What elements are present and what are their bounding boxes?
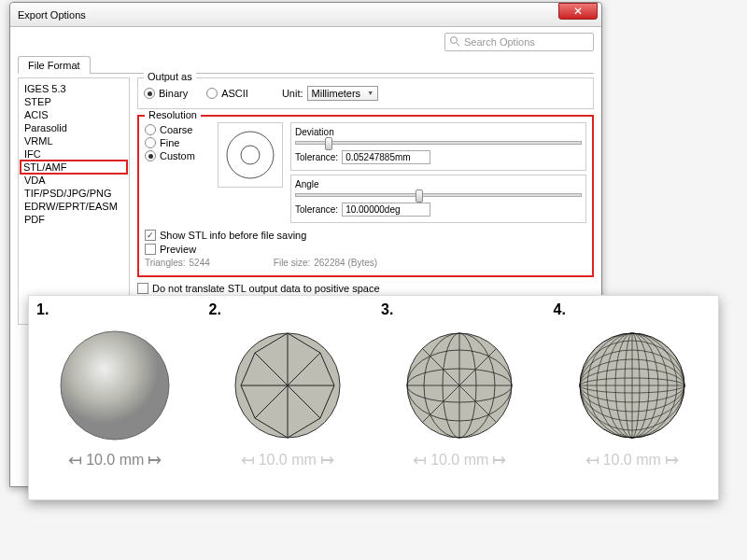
output-as-group: Output as Binary ASCII Unit: Millimeters — [137, 77, 594, 109]
tab-file-format[interactable]: File Format — [18, 56, 91, 74]
radio-ascii[interactable] — [206, 88, 218, 99]
triangles-value: 5244 — [190, 258, 210, 268]
close-button[interactable]: ✕ — [558, 3, 598, 20]
checkbox-preview-label: Preview — [160, 244, 196, 255]
sidebar-item[interactable]: IFC — [21, 147, 127, 161]
filesize-label: File size: — [274, 258, 310, 268]
radio-custom[interactable] — [145, 150, 156, 161]
svg-point-4 — [61, 331, 169, 440]
left-arrow-icon: ↤ — [585, 450, 599, 470]
radio-ascii-label: ASCII — [221, 88, 248, 99]
sphere-med-mesh-icon — [399, 325, 520, 446]
search-icon — [449, 35, 460, 49]
angle-group: Angle Tolerance: 10.00000deg — [290, 175, 586, 223]
svg-point-0 — [451, 37, 458, 44]
sphere-number: 2. — [209, 301, 221, 318]
dimension: 10.0 mm — [603, 452, 661, 469]
sidebar-item[interactable]: VDA — [21, 174, 127, 187]
left-arrow-icon: ↤ — [413, 450, 427, 470]
sidebar-item[interactable]: ACIS — [21, 108, 127, 121]
sphere-number: 4. — [554, 301, 566, 318]
sidebar-item[interactable]: EDRW/EPRT/EASM — [21, 200, 127, 213]
deviation-label: Deviation — [295, 127, 582, 137]
sphere-fine-mesh-icon — [571, 325, 693, 446]
angle-label: Angle — [295, 179, 582, 189]
sphere-coarse-mesh-icon — [227, 325, 348, 446]
radio-coarse[interactable] — [145, 124, 156, 135]
right-arrow-icon: ↦ — [148, 450, 162, 470]
radio-binary-label: Binary — [159, 88, 188, 99]
sidebar-item[interactable]: STEP — [21, 95, 127, 108]
resolution-group: Resolution Coarse Fine Custom Deviat — [137, 115, 594, 277]
right-arrow-icon: ↦ — [492, 450, 506, 470]
dimension: 10.0 mm — [259, 452, 317, 469]
sidebar-item[interactable]: PDF — [21, 213, 127, 226]
resolution-preview — [218, 122, 283, 188]
svg-line-1 — [457, 43, 459, 46]
unit-label: Unit: — [282, 88, 303, 99]
angle-tolerance-label: Tolerance: — [295, 204, 338, 215]
angle-tolerance-input[interactable]: 10.00000deg — [342, 203, 430, 217]
sphere-cell-4: 4. ↤10.0 mm↦ — [546, 296, 719, 499]
radio-binary[interactable] — [144, 88, 155, 99]
sidebar-item-selected[interactable]: STL/AMF — [20, 160, 128, 175]
deviation-tolerance-label: Tolerance: — [295, 152, 338, 162]
group-title: Output as — [144, 71, 196, 82]
angle-slider[interactable] — [295, 193, 582, 197]
filesize-value: 262284 (Bytes) — [314, 258, 377, 268]
deviation-slider[interactable] — [295, 141, 582, 145]
right-arrow-icon: ↦ — [320, 450, 334, 470]
checkbox-show-stl[interactable] — [145, 230, 156, 241]
sphere-cell-1: 1. ↤10.0 mm↦ — [29, 296, 202, 499]
radio-coarse-label: Coarse — [160, 124, 192, 135]
radio-custom-label: Custom — [160, 150, 195, 161]
close-icon: ✕ — [573, 5, 583, 18]
checkbox-no-translate[interactable] — [137, 283, 148, 294]
sphere-smooth-icon — [54, 325, 176, 446]
triangles-label: Triangles: — [145, 258, 186, 268]
left-arrow-icon: ↤ — [68, 450, 82, 470]
svg-point-3 — [241, 146, 260, 164]
unit-select[interactable]: Millimeters — [307, 86, 379, 101]
group-title: Resolution — [145, 109, 201, 120]
radio-fine-label: Fine — [160, 137, 179, 148]
sidebar-item[interactable]: TIF/PSD/JPG/PNG — [21, 187, 127, 200]
deviation-group: Deviation Tolerance: 0.05247885mm — [290, 122, 586, 171]
sidebar-item[interactable]: Parasolid — [21, 121, 127, 134]
checkbox-no-translate-label: Do not translate STL output data to posi… — [152, 283, 380, 294]
dimension: 10.0 mm — [86, 452, 144, 469]
sphere-number: 3. — [381, 301, 393, 318]
tab-bar: File Format — [18, 55, 594, 74]
dimension: 10.0 mm — [430, 452, 488, 469]
search-input[interactable]: Search Options — [444, 33, 594, 51]
svg-point-2 — [227, 132, 274, 178]
sphere-cell-2: 2. ↤10.0 mm↦ — [202, 296, 374, 499]
left-arrow-icon: ↤ — [241, 450, 255, 470]
sphere-number: 1. — [36, 301, 49, 318]
sphere-cell-3: 3. ↤10.0 mm↦ — [374, 296, 546, 499]
window-title: Export Options — [18, 9, 86, 21]
checkbox-preview[interactable] — [145, 244, 156, 255]
sidebar-item[interactable]: IGES 5.3 — [21, 82, 127, 95]
format-sidebar: IGES 5.3 STEP ACIS Parasolid VRML IFC ST… — [18, 77, 130, 325]
deviation-tolerance-input[interactable]: 0.05247885mm — [342, 150, 430, 164]
search-placeholder: Search Options — [464, 36, 535, 48]
radio-fine[interactable] — [145, 137, 156, 148]
right-arrow-icon: ↦ — [665, 450, 679, 470]
sphere-examples-strip: 1. ↤10.0 mm↦ 2. ↤10.0 mm↦ 3. — [28, 295, 719, 500]
titlebar: Export Options ✕ — [10, 3, 601, 27]
sidebar-item[interactable]: VRML — [21, 134, 127, 147]
checkbox-show-stl-label: Show STL info before file saving — [160, 230, 306, 241]
